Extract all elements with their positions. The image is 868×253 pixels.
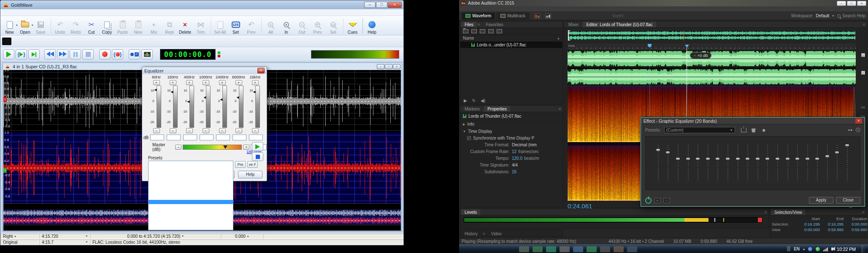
close-button[interactable]: × xyxy=(857,1,866,6)
section-info[interactable]: ▶Info xyxy=(460,121,562,128)
panel-menu-icon[interactable]: ≡ xyxy=(483,231,487,236)
eq-band-decrease-button[interactable]: − xyxy=(203,128,209,133)
channel-marker-green[interactable]: 1 xyxy=(3,168,7,173)
show-desktop-button[interactable] xyxy=(862,245,865,253)
preset-list-item[interactable] xyxy=(149,174,233,178)
dropdown-icon[interactable]: ▾ xyxy=(86,234,87,238)
eq-band-slider[interactable] xyxy=(703,143,713,189)
preset-list-item[interactable] xyxy=(149,170,233,174)
toolbar-button[interactable]: Cues xyxy=(345,16,360,35)
eq-band-db-input[interactable] xyxy=(249,135,263,140)
tool-button[interactable] xyxy=(573,13,580,19)
eq-band-slider[interactable] xyxy=(792,143,803,189)
effect-toolbar-icon[interactable] xyxy=(60,37,70,46)
open-file-icon[interactable] xyxy=(463,29,468,33)
eq-band-decrease-button[interactable]: − xyxy=(219,128,226,133)
row-start-value[interactable]: 0:16.295 xyxy=(796,222,820,226)
taskbar-app-icon[interactable] xyxy=(546,246,556,252)
preview-autoplay-icon[interactable]: ◀) xyxy=(481,98,485,103)
taskbar-clock[interactable]: 10:22 PM xyxy=(837,247,856,252)
toggle-button[interactable]: ▫ xyxy=(663,198,670,203)
eq-band-db-input[interactable] xyxy=(200,135,214,140)
spectral-display-icon[interactable] xyxy=(534,13,540,19)
effect-toolbar-icon[interactable] xyxy=(24,37,35,46)
waveform-display[interactable] xyxy=(568,50,856,86)
eq-band-increase-button[interactable]: + xyxy=(186,80,193,85)
eq-band-slider[interactable] xyxy=(803,143,813,189)
eq-band-slider-thumb[interactable]: ◄ xyxy=(203,95,207,100)
effect-toolbar-icon[interactable] xyxy=(273,37,283,46)
presets-dropdown[interactable]: (Custom) ▼ xyxy=(664,127,735,133)
new-file-icon[interactable] xyxy=(480,29,485,33)
language-indicator[interactable]: EN xyxy=(794,247,800,251)
record-button[interactable] xyxy=(99,49,111,59)
eq-band-db-input[interactable] xyxy=(216,135,230,140)
eq-band-increase-button[interactable]: + xyxy=(235,80,242,85)
workspace-dropdown-icon[interactable]: ▼ xyxy=(832,14,835,17)
delete-preset-icon[interactable] xyxy=(752,128,756,132)
toolbar-button[interactable]: × All xyxy=(263,16,279,35)
network-icon[interactable] xyxy=(823,247,828,251)
row-end-value[interactable]: 0:59.880 xyxy=(820,227,844,232)
taskbar-app-icon[interactable] xyxy=(600,246,610,252)
eq-slider-thumb[interactable] xyxy=(686,157,690,160)
eq-band-slider[interactable] xyxy=(733,143,743,189)
preset-save-button[interactable]: Pre xyxy=(235,161,246,168)
preset-list-item[interactable] xyxy=(149,208,233,213)
eq-slider-thumb[interactable] xyxy=(725,157,730,160)
effect-toolbar-icon[interactable] xyxy=(202,37,212,46)
effect-toolbar-icon[interactable] xyxy=(249,37,260,46)
master-decrease-button[interactable]: − xyxy=(175,145,181,150)
toolbar-button[interactable]: Paste xyxy=(115,16,130,35)
preset-list-item[interactable] xyxy=(149,178,233,183)
row-duration-value[interactable]: 0:00.000 xyxy=(844,222,867,226)
heads-up-gain-control[interactable]: ◔ +0 dB xyxy=(690,52,711,59)
preview-play-button[interactable] xyxy=(252,142,263,151)
eq-slider-thumb[interactable] xyxy=(665,151,670,154)
volume-icon[interactable] xyxy=(831,248,833,250)
eq-band-slider[interactable] xyxy=(713,143,723,189)
minimize-button[interactable]: – xyxy=(364,2,376,8)
apply-button[interactable]: Apply xyxy=(809,197,833,204)
effect-toolbar-icon[interactable] xyxy=(166,37,177,46)
tab-files[interactable]: Files xyxy=(461,22,477,27)
eq-band-slider[interactable] xyxy=(773,143,783,189)
taskbar-app-icon[interactable] xyxy=(587,246,597,252)
eq-slider-thumb[interactable] xyxy=(676,157,680,160)
graphic-equalizer-titlebar[interactable]: Effect - Graphic Equalizer (20 Bands) × xyxy=(641,118,865,124)
dropdown-icon[interactable]: ▾ xyxy=(182,234,184,238)
effect-toolbar-icon[interactable] xyxy=(237,37,248,46)
eq-band-slider[interactable] xyxy=(783,143,793,189)
search-help[interactable]: Search Help xyxy=(837,13,865,18)
effect-toolbar-icon[interactable] xyxy=(190,37,200,46)
files-name-header[interactable]: Name ▲ xyxy=(460,35,562,42)
preset-list-item[interactable] xyxy=(149,183,233,187)
taskbar-app-icon[interactable] xyxy=(614,246,624,252)
eq-band-slider-thumb[interactable]: ◄ xyxy=(236,95,240,100)
record-selection-button[interactable]: {} xyxy=(112,49,123,59)
toolbar-button[interactable]: Help xyxy=(364,16,380,35)
toggle-button[interactable]: ▪ xyxy=(654,198,661,203)
tab-properties[interactable]: Properties xyxy=(484,106,510,112)
preview-stop-button[interactable] xyxy=(252,152,263,161)
preset-list-item[interactable] xyxy=(149,187,233,191)
tab-history[interactable]: History xyxy=(461,231,481,237)
hud-gain-value[interactable]: +0 dB xyxy=(697,53,708,58)
eq-band-slider[interactable] xyxy=(833,143,843,189)
multitrack-view-button[interactable]: Multitrack xyxy=(497,13,529,19)
effect-toolbar-icon[interactable] xyxy=(84,37,94,46)
eq-slider-thumb[interactable] xyxy=(755,157,760,160)
master-slider[interactable] xyxy=(183,145,242,150)
eq-band-decrease-button[interactable]: − xyxy=(252,128,259,133)
eq-band-slider-thumb[interactable]: ◄ xyxy=(187,100,191,104)
effect-toolbar-icon[interactable] xyxy=(261,37,271,46)
section-time-display[interactable]: ▼Time Display xyxy=(460,128,562,135)
eq-band-slider[interactable] xyxy=(753,143,763,189)
toolbar-button[interactable]: New xyxy=(2,16,17,35)
eq-band-slider-thumb[interactable]: ◄ xyxy=(252,90,257,94)
eq-band-decrease-button[interactable]: − xyxy=(235,128,242,133)
stop-button[interactable] xyxy=(82,49,94,59)
eq-band-slider[interactable] xyxy=(723,143,733,189)
preview-loop-icon[interactable]: ↻ xyxy=(472,98,476,103)
toolbar-button[interactable]: New xyxy=(130,16,146,35)
